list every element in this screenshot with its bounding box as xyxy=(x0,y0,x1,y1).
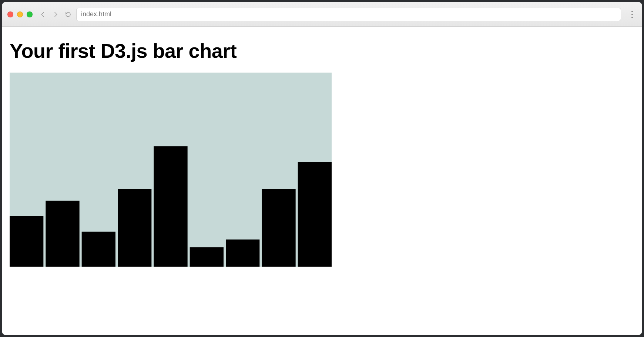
bar-8 xyxy=(298,162,332,267)
bar-4 xyxy=(154,146,187,267)
arrow-right-icon xyxy=(52,11,59,18)
bar-2 xyxy=(82,232,115,267)
bar-0 xyxy=(10,216,43,267)
bar-6 xyxy=(226,240,259,267)
window-controls xyxy=(7,11,33,17)
browser-window: Your first D3.js bar chart xyxy=(2,2,642,335)
forward-button[interactable] xyxy=(51,10,60,19)
minimize-window-button[interactable] xyxy=(17,11,23,17)
bar-1 xyxy=(46,201,79,267)
bar-5 xyxy=(190,247,224,267)
address-bar[interactable] xyxy=(76,8,621,21)
dots-vertical-icon xyxy=(631,11,633,12)
bar-chart xyxy=(10,73,332,267)
maximize-window-button[interactable] xyxy=(27,11,33,17)
page-content: Your first D3.js bar chart xyxy=(2,27,642,335)
page-title: Your first D3.js bar chart xyxy=(10,39,634,62)
close-window-button[interactable] xyxy=(7,11,13,17)
reload-button[interactable] xyxy=(64,10,73,19)
back-button[interactable] xyxy=(38,10,47,19)
browser-titlebar xyxy=(2,2,642,27)
reload-icon xyxy=(65,11,71,18)
arrow-left-icon xyxy=(40,11,46,18)
bar-7 xyxy=(262,189,295,267)
bar-3 xyxy=(118,189,151,267)
browser-menu-button[interactable] xyxy=(628,11,637,18)
